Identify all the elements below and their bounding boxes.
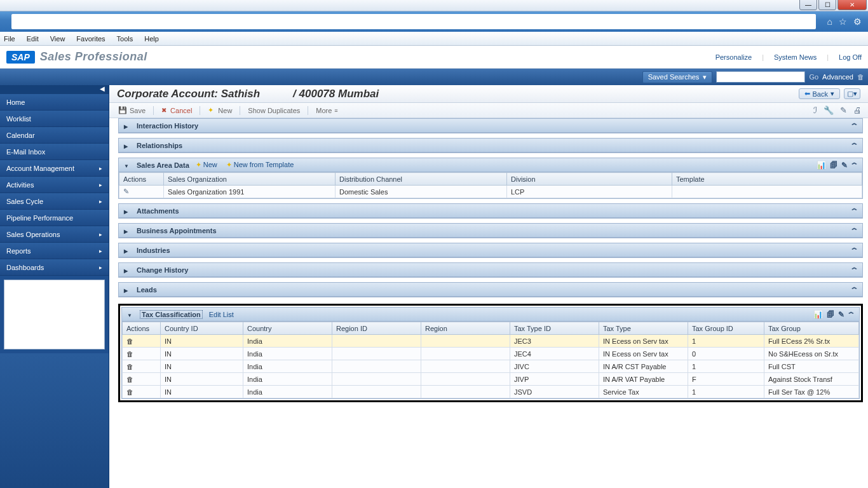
link-system-news[interactable]: System News: [774, 53, 817, 61]
show-duplicates-button[interactable]: Show Duplicates: [245, 107, 302, 114]
window-minimize-button[interactable]: —: [799, 0, 817, 10]
expand-icon[interactable]: [124, 122, 130, 130]
col-tax-type[interactable]: Tax Type: [599, 322, 688, 335]
collapse-icon[interactable]: [851, 141, 857, 150]
collapse-icon[interactable]: [851, 266, 857, 274]
print-icon[interactable]: 🖨: [853, 105, 862, 115]
content-scroll-area[interactable]: Interaction History Relationships Sales …: [109, 118, 868, 488]
chevron-down-icon: ▾: [831, 90, 834, 98]
expand-icon[interactable]: [124, 142, 130, 149]
delete-row-icon[interactable]: [126, 388, 133, 396]
delete-row-icon[interactable]: [126, 337, 133, 345]
sidebar-item-dashboards[interactable]: Dashboards: [0, 259, 109, 276]
collapse-icon[interactable]: [851, 121, 857, 130]
window-maximize-button[interactable]: ☐: [818, 0, 836, 10]
collapse-icon[interactable]: [851, 207, 857, 215]
menu-view[interactable]: View: [50, 35, 65, 43]
col-country[interactable]: Country: [243, 322, 332, 335]
edit-list-link[interactable]: Edit List: [209, 311, 234, 318]
sidebar-item-sales-cycle[interactable]: Sales Cycle: [0, 193, 109, 210]
trash-icon[interactable]: 🗑: [857, 73, 864, 81]
menu-help[interactable]: Help: [144, 35, 159, 43]
sidebar-item-pipeline-performance[interactable]: Pipeline Performance: [0, 210, 109, 226]
customize-icon[interactable]: ℐ: [813, 105, 817, 115]
col-region[interactable]: Region: [421, 322, 510, 335]
collapse-icon[interactable]: [851, 285, 857, 294]
sidebar-item-calendar[interactable]: Calendar: [0, 127, 109, 144]
saved-searches-dropdown[interactable]: Saved Searches ▾: [642, 71, 713, 83]
collapse-icon[interactable]: [851, 161, 857, 170]
edit-row-icon[interactable]: [123, 187, 129, 195]
expand-icon[interactable]: [124, 266, 130, 274]
collapse-icon[interactable]: [851, 246, 857, 255]
home-icon[interactable]: ⌂: [827, 17, 832, 27]
sidebar-item-e-mail-inbox[interactable]: E-Mail Inbox: [0, 144, 109, 160]
search-go-link[interactable]: Go: [809, 73, 818, 81]
delete-row-icon[interactable]: [126, 376, 133, 383]
link-personalize[interactable]: Personalize: [715, 53, 752, 61]
expand-icon[interactable]: [124, 227, 130, 234]
sales-area-new-button[interactable]: New: [196, 161, 217, 169]
menu-edit[interactable]: Edit: [27, 35, 39, 43]
sidebar-item-reports[interactable]: Reports: [0, 243, 109, 259]
col-region-id[interactable]: Region ID: [332, 322, 421, 335]
col-distribution-channel[interactable]: Distribution Channel: [336, 173, 507, 186]
menu-favorites[interactable]: Favorites: [76, 35, 105, 43]
col-actions[interactable]: Actions: [119, 173, 164, 186]
menu-file[interactable]: File: [4, 35, 15, 43]
collapse-arrow-icon[interactable]: [127, 311, 133, 318]
col-country-id[interactable]: Country ID: [161, 322, 243, 335]
pencil-icon[interactable]: ✎: [841, 161, 848, 170]
favorites-star-icon[interactable]: ☆: [839, 17, 847, 27]
table-row[interactable]: Sales Organization 1991 Domestic Sales L…: [119, 186, 862, 198]
nav-collapse-handle[interactable]: ◀: [0, 85, 109, 94]
gear-icon[interactable]: ⚙: [853, 17, 862, 27]
menu-tools[interactable]: Tools: [117, 35, 133, 43]
export-icon[interactable]: 🗐: [827, 310, 834, 319]
col-sales-org[interactable]: Sales Organization: [164, 173, 336, 186]
expand-icon[interactable]: [124, 286, 130, 294]
wrench-icon[interactable]: 🔧: [824, 105, 834, 115]
save-button[interactable]: Save: [116, 106, 148, 114]
col-tax-group[interactable]: Tax Group: [764, 322, 859, 335]
saved-search-input[interactable]: [716, 71, 805, 83]
link-log-off[interactable]: Log Off: [839, 53, 862, 61]
export-icon[interactable]: 🗐: [830, 161, 837, 170]
table-row[interactable]: INIndiaJEC4IN Ecess on Serv tax0No S&HEc…: [123, 348, 859, 360]
history-dropdown-button[interactable]: ▢▾: [844, 88, 860, 99]
sidebar-item-label: Home: [6, 98, 25, 106]
table-row[interactable]: INIndiaJSVDService Tax1Full Ser Tax @ 12…: [123, 386, 859, 398]
address-bar[interactable]: [11, 14, 816, 29]
sidebar-item-activities[interactable]: Activities: [0, 177, 109, 193]
collapse-icon[interactable]: [848, 310, 854, 319]
cancel-button[interactable]: Cancel: [159, 107, 194, 114]
collapse-icon[interactable]: [851, 226, 857, 235]
pencil-icon[interactable]: ✎: [838, 310, 844, 319]
window-close-button[interactable]: ✕: [837, 0, 867, 10]
chart-icon[interactable]: 📊: [817, 161, 826, 170]
sales-area-new-from-template-button[interactable]: New from Template: [226, 161, 294, 169]
chart-icon[interactable]: 📊: [813, 310, 823, 319]
expand-icon[interactable]: [124, 207, 130, 215]
new-button[interactable]: New: [205, 106, 234, 114]
col-division[interactable]: Division: [507, 173, 672, 186]
expand-icon[interactable]: [124, 247, 130, 254]
delete-row-icon[interactable]: [126, 363, 133, 370]
sidebar-item-account-management[interactable]: Account Management: [0, 160, 109, 177]
delete-row-icon[interactable]: [126, 350, 133, 358]
pencil-icon[interactable]: ✎: [840, 105, 847, 115]
sidebar-item-home[interactable]: Home: [0, 94, 109, 111]
table-row[interactable]: INIndiaJEC3IN Ecess on Serv tax1Full ECe…: [123, 335, 859, 348]
search-advanced-link[interactable]: Advanced: [822, 73, 853, 81]
col-template[interactable]: Template: [672, 173, 862, 186]
more-menu-button[interactable]: More: [313, 107, 340, 114]
collapse-arrow-icon[interactable]: [124, 161, 130, 169]
sidebar-item-worklist[interactable]: Worklist: [0, 111, 109, 127]
table-row[interactable]: INIndiaJIVCIN A/R CST Payable1Full CST: [123, 360, 859, 373]
col-tax-group-id[interactable]: Tax Group ID: [688, 322, 764, 335]
col-tax-type-id[interactable]: Tax Type ID: [510, 322, 599, 335]
table-row[interactable]: INIndiaJIVPIN A/R VAT PayableFAgainst St…: [123, 373, 859, 386]
sidebar-item-sales-operations[interactable]: Sales Operations: [0, 226, 109, 243]
back-button[interactable]: ⬅ Back ▾: [799, 88, 840, 99]
col-actions[interactable]: Actions: [123, 322, 161, 335]
